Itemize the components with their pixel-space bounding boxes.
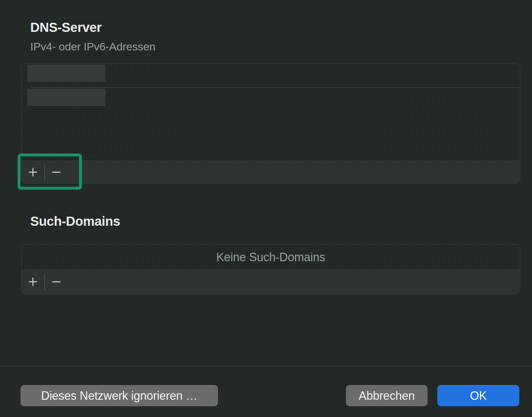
redacted-dns-address [27,89,105,106]
dns-section-subtitle: IPv4- oder IPv6-Adressen [30,40,156,53]
dns-section-title: DNS-Server [30,20,102,35]
network-details-dialog: { "colors": { "background": "#232927", "… [0,0,532,417]
search-domains-list: Keine Such-Domains + − [21,244,520,294]
search-domains-section-title: Such-Domains [30,214,120,229]
dns-list-toolbar: + − [21,161,520,183]
ignore-network-button[interactable]: Dieses Netzwerk ignorieren … [20,385,218,406]
dns-server-list: + − [21,63,520,184]
ok-button[interactable]: OK [437,385,519,406]
footer-divider [0,366,532,367]
search-domains-empty-label: Keine Such-Domains [21,244,520,270]
dns-entry-row[interactable] [21,88,520,111]
dns-server-rows [21,64,520,161]
add-dns-server-button[interactable]: + [21,161,44,183]
remove-dns-server-button[interactable]: − [45,161,68,183]
cancel-button[interactable]: Abbrechen [346,385,428,406]
remove-search-domain-button[interactable]: − [45,270,68,294]
dns-entry-row[interactable] [21,64,520,87]
redacted-dns-address [27,65,105,82]
search-domains-toolbar: + − [21,269,520,294]
add-search-domain-button[interactable]: + [21,270,44,294]
